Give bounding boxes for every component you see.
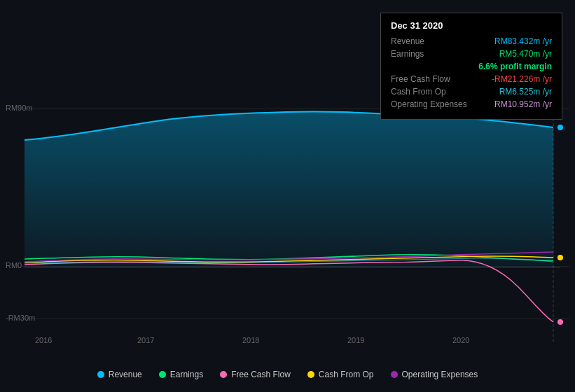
y-label-0: RM0 (6, 261, 22, 270)
legend-dot-revenue (97, 371, 104, 378)
legend-item-opex[interactable]: Operating Expenses (391, 370, 478, 379)
revenue-marker (557, 125, 563, 130)
tooltip-row-earnings: Earnings RM5.470m /yr (391, 49, 552, 59)
tooltip-label-cashop: Cash From Op (391, 87, 446, 97)
tooltip-label-opex: Operating Expenses (391, 99, 467, 109)
cashop-marker (557, 255, 563, 260)
y-label-neg30m: -RM30m (6, 314, 35, 322)
legend-label-earnings: Earnings (170, 370, 203, 379)
tooltip-value-cashop: RM6.525m /yr (499, 87, 552, 97)
x-label-2019: 2019 (347, 336, 364, 344)
legend-item-fcf[interactable]: Free Cash Flow (220, 370, 291, 379)
x-label-2016: 2016 (35, 336, 52, 344)
tooltip-value-fcf: -RM21.226m /yr (492, 74, 552, 84)
x-label-2018: 2018 (242, 336, 259, 344)
legend-item-revenue[interactable]: Revenue (97, 370, 142, 379)
tooltip-label-margin: . (391, 62, 393, 71)
legend-dot-fcf (220, 371, 227, 378)
fcf-marker (557, 319, 563, 325)
tooltip-row-margin: . 6.6% profit margin (391, 62, 552, 71)
legend-dot-opex (391, 371, 398, 378)
tooltip-value-revenue: RM83.432m /yr (494, 36, 552, 46)
revenue-fill (25, 111, 553, 267)
tooltip-row-fcf: Free Cash Flow -RM21.226m /yr (391, 74, 552, 84)
tooltip-row-opex: Operating Expenses RM10.952m /yr (391, 99, 552, 109)
legend-item-earnings[interactable]: Earnings (159, 370, 203, 379)
y-label-90m: RM90m (6, 104, 33, 112)
tooltip-value-opex: RM10.952m /yr (494, 99, 552, 109)
tooltip-label-fcf: Free Cash Flow (391, 74, 450, 84)
tooltip-label-revenue: Revenue (391, 36, 424, 46)
legend-label-cashop: Cash From Op (319, 370, 374, 379)
grid-line-neg (21, 318, 569, 319)
x-label-2017: 2017 (137, 336, 154, 344)
tooltip-value-earnings: RM5.470m /yr (499, 49, 552, 59)
legend-label-opex: Operating Expenses (402, 370, 478, 379)
chart-legend: Revenue Earnings Free Cash Flow Cash Fro… (0, 364, 575, 385)
x-label-2020: 2020 (452, 336, 469, 344)
tooltip-title: Dec 31 2020 (391, 20, 552, 31)
tooltip-label-earnings: Earnings (391, 49, 424, 59)
grid-line-zero (21, 266, 569, 267)
tooltip-row-cashop: Cash From Op RM6.525m /yr (391, 87, 552, 97)
legend-dot-earnings (159, 371, 166, 378)
tooltip-row-revenue: Revenue RM83.432m /yr (391, 36, 552, 46)
tooltip-panel: Dec 31 2020 Revenue RM83.432m /yr Earnin… (380, 13, 562, 120)
legend-dot-cashop (307, 371, 314, 378)
tooltip-value-margin: 6.6% profit margin (478, 62, 552, 71)
legend-label-revenue: Revenue (109, 370, 142, 379)
legend-item-cashop[interactable]: Cash From Op (307, 370, 374, 379)
legend-label-fcf: Free Cash Flow (231, 370, 291, 379)
